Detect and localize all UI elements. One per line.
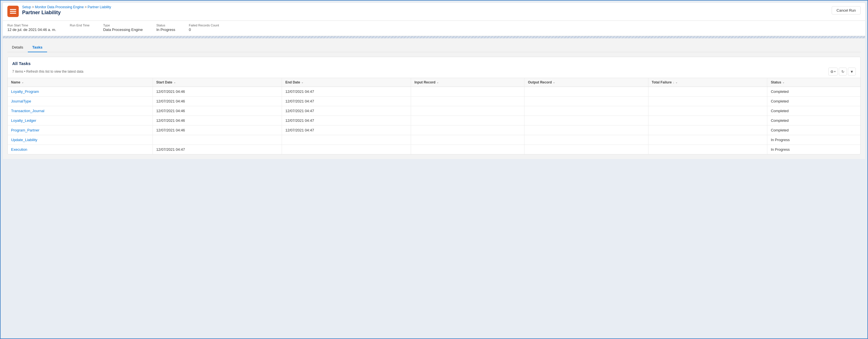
col-output-record[interactable]: Output Record ⌄ [525,78,648,87]
tasks-title: All Tasks [12,61,856,66]
breadcrumb-monitor[interactable]: Monitor Data Processing Engine [35,5,84,9]
info-bar: Run Start Time 12 de jul. de 2021 04:46 … [3,21,865,36]
col-status-label: Status [771,80,781,84]
svg-rect-0 [10,9,16,10]
table-row: JournalType12/07/2021 04:4612/07/2021 04… [8,96,860,106]
separator [3,36,865,38]
td-start-date: 12/07/2021 04:46 [153,125,282,135]
td-status: Completed [767,87,860,96]
menu-icon [10,9,16,14]
task-name-link[interactable]: Program_Partner [11,128,39,132]
td-start-date: 12/07/2021 04:46 [153,106,282,116]
task-name-link[interactable]: Loyalty_Ledger [11,118,36,123]
td-end-date: 12/07/2021 04:47 [282,87,411,96]
app-icon [7,6,19,17]
task-name-link[interactable]: Loyalty_Program [11,89,39,94]
type-value: Data Processing Engine [103,28,143,32]
td-output-record [525,96,648,106]
col-end-date-chevron-icon: ⌄ [301,81,304,84]
table-row: Loyalty_Program12/07/2021 04:4612/07/202… [8,87,860,96]
tasks-meta: 7 items • Refresh this list to view the … [12,69,83,74]
filter-icon: ▼ [850,69,854,74]
table-row: Update_LiabilityIn Progress [8,135,860,145]
tabs: Details Tasks [7,43,861,52]
filter-button[interactable]: ▼ [848,67,856,76]
td-end-date [282,145,411,154]
task-name-link[interactable]: Update_Liability [11,138,37,142]
col-name[interactable]: Name ⌄ [8,78,153,87]
td-input-record [411,87,525,96]
task-name-link[interactable]: JournalType [11,99,31,103]
cancel-run-button[interactable]: Cancel Run [832,6,861,15]
breadcrumb-current[interactable]: Partner Liability [88,5,111,9]
task-name-link[interactable]: Execution [11,147,27,151]
svg-rect-1 [10,11,16,12]
td-total-failure [648,87,767,96]
col-end-date-label: End Date [285,80,300,84]
table-row: Loyalty_Ledger12/07/2021 04:4612/07/2021… [8,116,860,125]
td-output-record [525,116,648,125]
td-total-failure [648,135,767,145]
td-end-date: 12/07/2021 04:47 [282,116,411,125]
tasks-card: All Tasks 7 items • Refresh this list to… [7,57,861,154]
td-total-failure [648,145,767,154]
td-input-record [411,116,525,125]
td-total-failure [648,96,767,106]
td-output-record [525,106,648,116]
refresh-button[interactable]: ↻ [839,67,847,76]
td-end-date: 12/07/2021 04:47 [282,96,411,106]
task-name-link[interactable]: Transaction_Journal [11,109,44,113]
tab-tasks[interactable]: Tasks [28,43,47,52]
col-total-failure-chevron-icon: ⌄ [675,81,678,84]
td-total-failure [648,125,767,135]
header-left: Setup > Monitor Data Processing Engine >… [7,5,111,17]
td-status: In Progress [767,145,860,154]
run-start-time-value: 12 de jul. de 2021 04:46 a. m. [7,28,56,32]
td-start-date: 12/07/2021 04:47 [153,145,282,154]
col-input-record-label: Input Record [414,80,435,84]
td-status: In Progress [767,135,860,145]
breadcrumb-sep2: > [85,5,87,9]
td-start-date: 12/07/2021 04:46 [153,87,282,96]
td-total-failure [648,106,767,116]
table-row: Execution12/07/2021 04:47In Progress [8,145,860,154]
col-name-label: Name [11,80,21,84]
td-output-record [525,135,648,145]
type-item: Type Data Processing Engine [103,24,143,32]
col-input-record[interactable]: Input Record ⌄ [411,78,525,87]
td-input-record [411,106,525,116]
td-output-record [525,145,648,154]
tasks-header: All Tasks 7 items • Refresh this list to… [8,57,860,78]
run-start-time-label: Run Start Time [7,24,56,27]
td-status: Completed [767,96,860,106]
col-status[interactable]: Status ⌄ [767,78,860,87]
tasks-table: Name ⌄ Start Date ⌄ End [8,78,860,154]
td-input-record [411,96,525,106]
td-status: Completed [767,116,860,125]
header-text: Setup > Monitor Data Processing Engine >… [22,5,111,16]
col-start-date-chevron-icon: ⌄ [174,81,176,84]
failed-records-value: 0 [189,28,219,32]
td-start-date [153,135,282,145]
td-start-date: 12/07/2021 04:46 [153,96,282,106]
col-total-failure[interactable]: Total Failure ↓ ⌄ [648,78,767,87]
breadcrumb-setup[interactable]: Setup [22,5,31,9]
td-start-date: 12/07/2021 04:46 [153,116,282,125]
td-status: Completed [767,106,860,116]
col-start-date-label: Start Date [156,80,173,84]
col-end-date[interactable]: End Date ⌄ [282,78,411,87]
gear-icon: ⚙ [830,69,834,74]
td-input-record [411,145,525,154]
td-end-date: 12/07/2021 04:47 [282,106,411,116]
table-body: Loyalty_Program12/07/2021 04:4612/07/202… [8,87,860,154]
col-start-date[interactable]: Start Date ⌄ [153,78,282,87]
tasks-meta-row: 7 items • Refresh this list to view the … [12,67,856,76]
table-header: Name ⌄ Start Date ⌄ End [8,78,860,87]
td-end-date: 12/07/2021 04:47 [282,125,411,135]
gear-button[interactable]: ⚙ ▾ [828,67,838,76]
run-end-time-item: Run End Time [70,24,90,32]
tab-details[interactable]: Details [7,43,28,52]
page-wrapper: Setup > Monitor Data Processing Engine >… [0,0,868,339]
col-status-chevron-icon: ⌄ [782,81,785,84]
td-output-record [525,125,648,135]
